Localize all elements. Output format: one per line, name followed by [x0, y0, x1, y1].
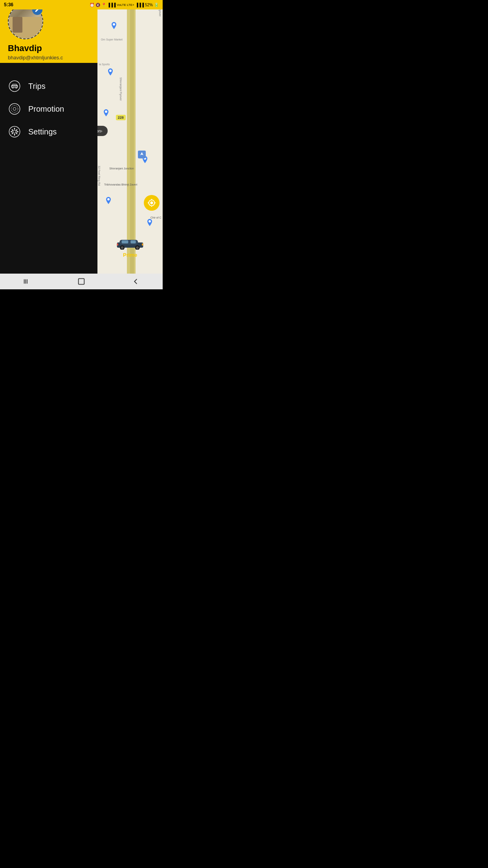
drawer-menu: Trips Promotion [0, 63, 97, 289]
user-name: Bhavdip [8, 43, 42, 53]
home-button[interactable] [69, 275, 94, 288]
map-pin-3 [103, 109, 109, 118]
navigation-icon [138, 151, 146, 160]
svg-point-16 [149, 220, 151, 223]
map-label-supermarket: Om Super Market [101, 38, 123, 41]
svg-rect-27 [117, 243, 118, 245]
drawer: Bhavdip bhavdip@xhtmljunkies.c Trips [0, 0, 97, 289]
svg-point-7 [11, 105, 18, 112]
back-icon [131, 277, 140, 286]
battery-percent: 52% [145, 3, 153, 7]
back-button[interactable] [123, 275, 148, 288]
svg-rect-21 [131, 240, 136, 243]
menu-item-trips[interactable]: Trips [0, 75, 97, 97]
lte-icon: VoLTE LTE+ [117, 3, 134, 7]
car-area: Prime [101, 237, 160, 258]
settings-icon [8, 125, 21, 138]
map-panel: 228 [97, 0, 163, 289]
svg-point-23 [121, 246, 124, 249]
car-icon [8, 79, 21, 93]
svg-point-8 [13, 107, 16, 110]
svg-point-12 [109, 70, 112, 72]
svg-point-15 [107, 198, 110, 200]
svg-rect-28 [24, 280, 25, 284]
map-label-ring-road: 32 Feet Ring Rd [97, 166, 100, 186]
promotion-label: Promotion [28, 105, 64, 114]
set-location-button[interactable]: cation› [97, 126, 108, 136]
map-pin-6 [147, 219, 153, 228]
road-badge: 228 [116, 115, 126, 120]
car-image [114, 237, 146, 250]
menu-item-settings[interactable]: Settings [0, 120, 97, 143]
locate-icon [147, 199, 156, 207]
map-label-shivranjani: Shivranjani Flyover [119, 77, 122, 101]
signal-icon: ▐▐▐ [107, 3, 116, 7]
status-bar: 5:36 ⏰ 🔇 📍 ▐▐▐ VoLTE LTE+ ▐▐▐ 52% 🔋 [0, 0, 163, 9]
map-background: 228 [97, 0, 163, 274]
road-vertical-secondary [130, 0, 134, 274]
map-pin-2 [107, 68, 114, 77]
location-fab-button[interactable] [144, 195, 160, 211]
recent-apps-icon [23, 277, 31, 286]
map-label-tribhovandas: Tribhovandas Bhimji Zaveri [104, 183, 138, 186]
status-icons: ⏰ 🔇 📍 ▐▐▐ VoLTE LTE+ ▐▐▐ 52% 🔋 [90, 3, 159, 7]
svg-rect-20 [122, 240, 128, 243]
map-label-chir: Chir of C [150, 216, 161, 219]
svg-point-13 [105, 110, 107, 113]
map-label-sports: ia Sports [99, 63, 110, 66]
settings-label: Settings [28, 127, 57, 136]
svg-point-10 [13, 130, 16, 133]
car-type-label: Prime [101, 252, 160, 258]
user-email: bhavdip@xhtmljunkies.c [8, 55, 63, 61]
promotion-icon [8, 102, 21, 116]
svg-point-6 [9, 103, 20, 114]
map-label-junction: Shivranjani Junction [109, 167, 134, 170]
svg-rect-29 [25, 280, 26, 284]
alarm-icon: ⏰ [90, 3, 94, 7]
home-icon [77, 277, 86, 286]
drawer-header: Bhavdip bhavdip@xhtmljunkies.c [0, 0, 97, 63]
trips-label: Trips [28, 82, 46, 91]
map-pin-1 [111, 22, 117, 31]
svg-rect-26 [142, 243, 143, 245]
battery-icon: 🔋 [154, 3, 159, 7]
recent-apps-button[interactable] [15, 275, 39, 288]
svg-point-11 [113, 23, 115, 26]
svg-rect-31 [79, 279, 84, 285]
svg-rect-30 [27, 280, 28, 284]
navigation-bar [0, 274, 163, 289]
signal2-icon: ▐▐▐ [136, 3, 144, 7]
svg-point-25 [136, 246, 139, 249]
mute-icon: 🔇 [95, 3, 100, 7]
set-location-label: cation› [97, 129, 102, 133]
menu-item-promotion[interactable]: Promotion [0, 97, 97, 120]
status-time: 5:36 [4, 2, 13, 7]
location-icon: 📍 [101, 3, 106, 7]
map-pin-5 [105, 197, 112, 206]
